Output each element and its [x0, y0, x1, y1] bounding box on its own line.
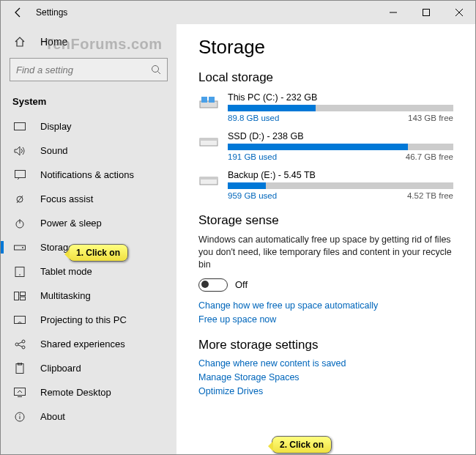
- callout-2: 2. Click on: [272, 436, 332, 454]
- drive-row[interactable]: Backup (E:) - 5.45 TB 959 GB used4.52 TB…: [198, 170, 453, 200]
- storage-sense-description: Windows can automatically free up space …: [198, 234, 453, 271]
- sidebar-item-label: Projecting to this PC: [40, 314, 127, 325]
- sidebar-item-sound[interactable]: Sound: [1, 138, 176, 163]
- drive-icon: [198, 94, 219, 110]
- svg-rect-6: [15, 122, 26, 130]
- sidebar-item-label: Remote Desktop: [40, 387, 111, 398]
- home-nav[interactable]: Home: [1, 30, 176, 53]
- storage-icon: [12, 244, 27, 251]
- svg-point-21: [22, 346, 25, 349]
- drive-used: 89.8 GB used: [228, 114, 279, 122]
- clipboard-icon: [12, 363, 27, 374]
- drive-title: Backup (E:) - 5.45 TB: [228, 170, 453, 180]
- home-label: Home: [40, 36, 67, 48]
- back-button[interactable]: [7, 1, 30, 24]
- svg-point-12: [22, 247, 23, 248]
- svg-rect-17: [21, 297, 26, 300]
- drive-title: SSD (D:) - 238 GB: [228, 131, 453, 141]
- sidebar: Home System Display Sound Notifications …: [1, 24, 176, 454]
- content-area: Storage Local storage This PC (C:) - 232…: [176, 24, 475, 454]
- display-icon: [12, 122, 27, 131]
- close-button[interactable]: [442, 1, 475, 24]
- page-title: Storage: [198, 36, 453, 59]
- sidebar-item-remote[interactable]: Remote Desktop: [1, 380, 176, 404]
- svg-point-20: [22, 340, 25, 343]
- tablet-icon: [12, 267, 27, 277]
- link-optimize-drives[interactable]: Optimize Drives: [198, 386, 453, 396]
- drive-icon: [198, 133, 219, 149]
- notifications-icon: [12, 170, 27, 180]
- svg-rect-1: [423, 10, 429, 16]
- sidebar-item-shared[interactable]: Shared experiences: [1, 332, 176, 356]
- sidebar-item-clipboard[interactable]: Clipboard: [1, 356, 176, 380]
- sidebar-item-multitasking[interactable]: Multitasking: [1, 284, 176, 308]
- svg-rect-37: [200, 177, 217, 180]
- svg-line-5: [158, 72, 161, 75]
- sidebar-item-label: Notifications & actions: [40, 169, 134, 180]
- sidebar-item-label: Power & sleep: [40, 218, 102, 229]
- svg-rect-33: [209, 97, 215, 103]
- svg-line-22: [18, 342, 22, 344]
- drive-free: 46.7 GB free: [406, 152, 453, 161]
- home-icon: [12, 36, 27, 48]
- minimize-button[interactable]: [376, 1, 409, 24]
- drive-free: 4.52 TB free: [407, 191, 453, 200]
- titlebar: Settings: [1, 1, 475, 24]
- toggle-state: Off: [235, 279, 248, 290]
- drive-row[interactable]: This PC (C:) - 232 GB 89.8 GB used143 GB…: [198, 92, 453, 122]
- power-icon: [12, 218, 27, 229]
- search-input[interactable]: [16, 64, 151, 75]
- sidebar-item-label: Focus assist: [40, 193, 93, 204]
- sidebar-item-label: Tablet mode: [40, 266, 92, 277]
- sidebar-item-display[interactable]: Display: [1, 114, 176, 138]
- link-change-auto[interactable]: Change how we free up space automaticall…: [198, 300, 453, 311]
- callout-1: 1. Click on: [68, 244, 128, 262]
- sidebar-item-notifications[interactable]: Notifications & actions: [1, 163, 176, 187]
- sidebar-item-label: Multitasking: [40, 290, 91, 301]
- projecting-icon: [12, 316, 27, 325]
- svg-rect-16: [21, 292, 26, 295]
- usage-bar: [228, 182, 453, 189]
- more-settings-heading: More storage settings: [198, 338, 453, 352]
- drive-title: This PC (C:) - 232 GB: [228, 92, 453, 103]
- about-icon: [12, 412, 27, 422]
- focus-icon: [12, 194, 27, 204]
- drive-icon: [198, 171, 219, 188]
- section-header: System: [1, 92, 176, 114]
- svg-point-4: [152, 66, 159, 73]
- sidebar-item-tablet[interactable]: Tablet mode: [1, 259, 176, 284]
- sidebar-item-about[interactable]: About: [1, 404, 176, 429]
- drive-used: 959 GB used: [228, 191, 277, 200]
- sidebar-item-label: Shared experiences: [40, 339, 125, 349]
- link-free-now[interactable]: Free up space now: [198, 314, 453, 325]
- drive-used: 191 GB used: [228, 152, 277, 161]
- svg-point-30: [19, 414, 20, 415]
- drive-row[interactable]: SSD (D:) - 238 GB 191 GB used46.7 GB fre…: [198, 131, 453, 161]
- window-title: Settings: [36, 7, 67, 18]
- sidebar-item-focus[interactable]: Focus assist: [1, 187, 176, 211]
- search-icon: [151, 64, 161, 75]
- search-box[interactable]: [10, 58, 168, 81]
- sidebar-item-label: About: [40, 411, 65, 422]
- shared-icon: [12, 339, 27, 349]
- svg-point-19: [15, 343, 18, 346]
- svg-rect-26: [15, 388, 26, 396]
- sidebar-item-projecting[interactable]: Projecting to this PC: [1, 308, 176, 332]
- usage-bar: [228, 105, 453, 111]
- svg-rect-7: [15, 170, 25, 177]
- storage-sense-toggle[interactable]: [198, 278, 228, 292]
- svg-rect-15: [15, 292, 19, 300]
- usage-bar: [228, 144, 453, 150]
- sidebar-item-power[interactable]: Power & sleep: [1, 211, 176, 235]
- storage-sense-heading: Storage sense: [198, 213, 453, 228]
- link-new-content[interactable]: Change where new content is saved: [198, 358, 453, 369]
- maximize-button[interactable]: [409, 1, 442, 24]
- svg-rect-11: [15, 245, 26, 250]
- svg-rect-32: [201, 97, 207, 103]
- link-storage-spaces[interactable]: Manage Storage Spaces: [198, 372, 453, 382]
- drive-free: 143 GB free: [408, 114, 453, 122]
- svg-point-14: [19, 274, 21, 275]
- multitasking-icon: [12, 292, 27, 300]
- svg-line-23: [18, 345, 22, 347]
- sound-icon: [12, 146, 27, 156]
